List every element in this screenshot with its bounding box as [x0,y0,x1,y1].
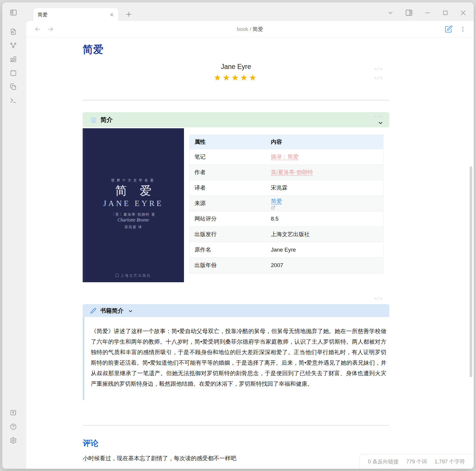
tab-title: 简爱 [38,11,109,18]
prop-label: 译者 [190,180,266,196]
graph-view-icon[interactable] [10,42,17,49]
table-row: 作者 英/夏洛蒂·勃朗特 [190,165,383,180]
search-file-icon[interactable] [10,28,17,35]
backlinks-count[interactable]: 0 条反向链接 [368,458,399,465]
divider [83,425,389,426]
code-block-edit-icon[interactable]: </> [374,75,383,81]
prop-label: 来源 [190,196,266,211]
breadcrumb-separator: / [250,26,251,32]
table-header-row: 属性 内容 [190,135,383,149]
breadcrumb-current[interactable]: 简爱 [253,26,263,32]
table-row: 出版发行 上海文艺出版社 [190,227,383,242]
maximize-icon[interactable] [442,10,449,16]
summary-callout-title: 书籍简介 [100,307,124,315]
close-window-icon[interactable] [460,9,467,16]
tab-jane-eyre[interactable]: 简爱 [34,8,118,21]
comments-heading: 评论 [83,438,389,449]
column-header: 属性 [190,135,266,149]
collapse-chevron-icon[interactable] [378,120,383,126]
table-row: 网站评分 8.5 [190,211,383,227]
minimize-icon[interactable] [424,9,431,16]
status-bar: 0 条反向链接 779 个词 1,797 个字符 [359,454,474,469]
cover-title-cn: 简爱 [83,183,184,199]
prop-label: 网站评分 [190,211,266,227]
summary-text: 《简爱》讲述了这样一个故事：简•爱自幼父母双亡，投靠冷酷的舅母，但舅母无情地抛弃… [83,317,389,400]
external-link-icon [271,205,383,210]
summary-callout-header[interactable]: 书籍简介 [83,304,389,317]
properties-table: 属性 内容 笔记 摘录：简爱 作者 英/夏洛蒂·勃朗特 [189,135,383,273]
settings-gear-icon[interactable] [10,437,17,444]
table-row: 来源 简爱 [190,196,383,211]
code-block-edit-icon[interactable]: </> [374,296,383,301]
right-sidebar-toggle-icon[interactable] [405,9,413,17]
cover-author-line: 〔英〕夏洛蒂·勃朗特 著 [83,212,184,217]
app-window: 简爱 [2,2,474,469]
breadcrumb-parent[interactable]: book [237,26,248,32]
word-count: 779 个词 [406,458,427,465]
note-content: 简爱 Jane Eyre </> ★★★★★ </> [26,37,389,462]
prop-label: 原作名 [190,242,266,258]
table-row: 笔记 摘录：简爱 [190,149,383,165]
prop-label: 笔记 [190,149,266,165]
code-block-edit-icon[interactable]: </> [374,114,383,119]
prop-value: 2007 [266,258,383,273]
table-row: 原作名 Jane Eyre [190,242,383,258]
code-block-edit-icon[interactable]: </> [374,66,383,72]
prop-label: 作者 [190,165,266,180]
intro-callout-header[interactable]: 简介 </> [83,112,389,127]
help-icon[interactable] [10,423,17,430]
main-pane: book / 简爱 简爱 Jane Eyr [26,21,474,469]
vault-switcher-icon[interactable] [10,409,17,416]
new-tab-icon[interactable] [125,11,133,18]
table-row: 出版年份 2007 [190,258,383,273]
tab-bar: 简爱 [2,2,474,21]
breadcrumb[interactable]: book / 简爱 [26,26,474,33]
prop-value: 上海文艺出版社 [266,227,383,242]
notepad-icon [90,117,97,123]
book-subtitle: Jane Eyre [83,63,389,71]
terminal-icon[interactable] [10,97,17,104]
collapse-chevron-icon[interactable] [128,309,133,314]
character-count: 1,797 个字符 [435,458,465,465]
calendar-icon[interactable] [10,69,17,77]
copy-files-icon[interactable] [10,83,17,90]
left-sidebar-toggle-icon[interactable] [10,9,17,16]
summary-callout: </> 书籍简介 《简爱》讲述了这样一个故事：简•爱自幼父母双亡，投靠冷酷的舅母… [83,304,389,400]
page-title: 简爱 [83,43,389,56]
cover-publisher-line: 上海文艺出版社 [83,273,184,278]
dashboard-icon[interactable] [10,56,17,63]
cover-translator-line: 宋兆霖 译 [83,225,184,230]
comment-text: 小时候看过，现在基本忘了剧情了，每次读的感受都不一样吧 [83,454,389,462]
prop-value: Jane Eyre [266,242,383,258]
table-row: 译者 宋兆霖 [190,180,383,196]
left-ribbon [2,21,26,469]
prop-value: 8.5 [266,211,383,227]
column-header: 内容 [266,135,383,149]
cover-author-en: Charlotte Bronte [83,217,184,223]
note-link[interactable]: 摘录：简爱 [271,154,299,160]
pencil-icon [90,308,96,314]
vertical-scrollbar[interactable] [470,166,472,377]
intro-callout-title: 简介 [100,116,113,124]
tab-list-chevron-icon[interactable] [387,9,394,16]
source-external-link[interactable]: 简爱 [271,198,282,204]
rating-stars: ★★★★★ [83,73,389,82]
tab-close-icon[interactable] [109,12,114,17]
author-link[interactable]: 英/夏洛蒂·勃朗特 [271,169,313,175]
prop-value: 宋兆霖 [266,180,383,196]
view-header: book / 简爱 [26,21,474,37]
book-cover-image: 世界十大文学名著 简爱 JANE EYRE 〔英〕夏洛蒂·勃朗特 著 Charl… [83,128,184,282]
prop-label: 出版年份 [190,258,266,273]
divider [83,100,389,101]
cover-series-line: 世界十大文学名著 [83,178,184,183]
cover-title-en: JANE EYRE [83,199,184,208]
publisher-logo [115,274,119,277]
prop-label: 出版发行 [190,227,266,242]
